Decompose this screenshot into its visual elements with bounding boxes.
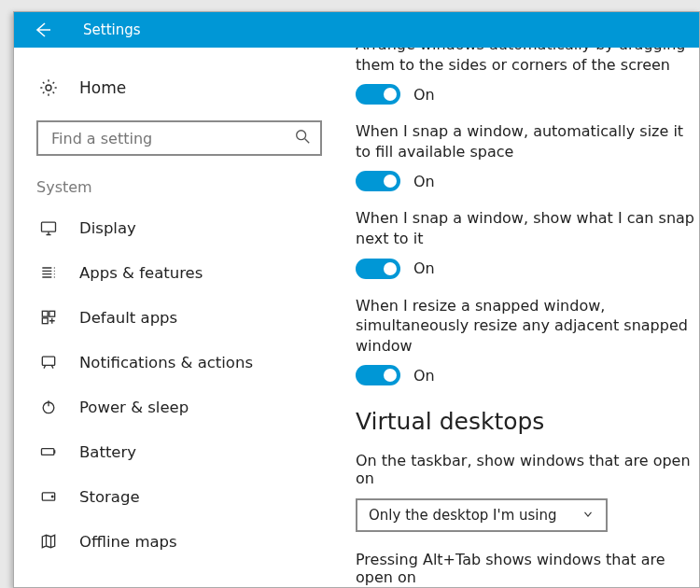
- sidebar-item-apps-features[interactable]: Apps & features: [14, 250, 339, 295]
- sidebar-item-label: Offline maps: [79, 533, 177, 551]
- svg-rect-8: [42, 449, 54, 455]
- power-icon: [38, 398, 59, 416]
- sidebar-item-storage[interactable]: Storage: [14, 474, 339, 519]
- sidebar-item-label: Display: [79, 219, 136, 237]
- setting-snap-show-next: When I snap a window, show what I can sn…: [356, 208, 699, 278]
- sidebar-item-label: Battery: [79, 443, 136, 461]
- svg-point-0: [46, 85, 51, 91]
- sidebar-item-display[interactable]: Display: [14, 205, 339, 250]
- maps-icon: [38, 532, 59, 551]
- setting-description: When I resize a snapped window, simultan…: [356, 296, 699, 357]
- svg-point-10: [51, 496, 53, 497]
- back-arrow-icon: [34, 21, 52, 39]
- setting-snap-fill: When I snap a window, automatically size…: [356, 121, 699, 191]
- search-container: [36, 120, 322, 156]
- home-label: Home: [79, 78, 126, 97]
- chevron-down-icon: [581, 507, 595, 525]
- toggle-state-label: On: [413, 367, 435, 385]
- setting-description: When I snap a window, show what I can sn…: [356, 208, 699, 248]
- svg-rect-2: [42, 222, 56, 231]
- virtual-desktops-heading: Virtual desktops: [356, 408, 699, 435]
- section-label-system: System: [14, 169, 339, 205]
- svg-rect-6: [42, 357, 54, 365]
- toggle-snap-show-next[interactable]: [356, 259, 400, 279]
- sidebar-item-battery[interactable]: Battery: [14, 429, 339, 474]
- setting-description: Arrange windows automatically by draggin…: [356, 48, 699, 75]
- setting-description: When I snap a window, automatically size…: [356, 121, 699, 161]
- battery-icon: [38, 442, 59, 461]
- window-body: Home System Display Apps & fea: [14, 48, 699, 587]
- storage-icon: [38, 487, 59, 506]
- sidebar-item-label: Apps & features: [79, 264, 203, 282]
- gear-icon: [38, 77, 59, 98]
- search-input[interactable]: [36, 120, 322, 156]
- apps-icon: [38, 263, 59, 282]
- setting-resize-adjacent: When I resize a snapped window, simultan…: [356, 296, 699, 386]
- toggle-snap-fill[interactable]: [356, 171, 400, 191]
- sidebar-item-label: Default apps: [79, 309, 177, 327]
- select-value: Only the desktop I'm using: [369, 507, 557, 524]
- svg-rect-5: [42, 318, 48, 324]
- nav-list: Display Apps & features Default apps Not…: [14, 205, 339, 564]
- sidebar-item-offline-maps[interactable]: Offline maps: [14, 519, 339, 564]
- setting-arrange-windows: Arrange windows automatically by draggin…: [356, 48, 699, 105]
- sidebar-item-label: Power & sleep: [79, 399, 189, 416]
- display-icon: [38, 218, 59, 237]
- toggle-state-label: On: [413, 173, 435, 190]
- titlebar: Settings: [14, 12, 699, 48]
- select-label: On the taskbar, show windows that are op…: [356, 452, 699, 487]
- sidebar-item-label: Notifications & actions: [79, 354, 253, 371]
- setting-taskbar-windows: On the taskbar, show windows that are op…: [356, 452, 699, 532]
- back-button[interactable]: [27, 14, 59, 46]
- content-area: Arrange windows automatically by draggin…: [339, 48, 699, 587]
- select-taskbar-windows[interactable]: Only the desktop I'm using: [356, 498, 608, 532]
- notifications-icon: [38, 353, 59, 371]
- select-label: Pressing Alt+Tab shows windows that are …: [356, 551, 699, 586]
- settings-window: Settings Home System: [13, 11, 700, 588]
- default-apps-icon: [38, 308, 59, 327]
- sidebar-item-label: Storage: [79, 488, 140, 506]
- svg-rect-3: [42, 311, 48, 316]
- svg-rect-4: [49, 311, 55, 316]
- sidebar: Home System Display Apps & fea: [14, 48, 339, 587]
- sidebar-item-notifications[interactable]: Notifications & actions: [14, 340, 339, 385]
- sidebar-item-default-apps[interactable]: Default apps: [14, 295, 339, 340]
- toggle-state-label: On: [413, 86, 435, 104]
- toggle-arrange-windows[interactable]: [356, 84, 400, 105]
- sidebar-item-power-sleep[interactable]: Power & sleep: [14, 385, 339, 429]
- home-button[interactable]: Home: [14, 70, 339, 113]
- toggle-state-label: On: [413, 259, 435, 277]
- setting-alt-tab-windows: Pressing Alt+Tab shows windows that are …: [356, 551, 699, 587]
- window-title: Settings: [83, 21, 141, 38]
- toggle-resize-adjacent[interactable]: [356, 365, 400, 385]
